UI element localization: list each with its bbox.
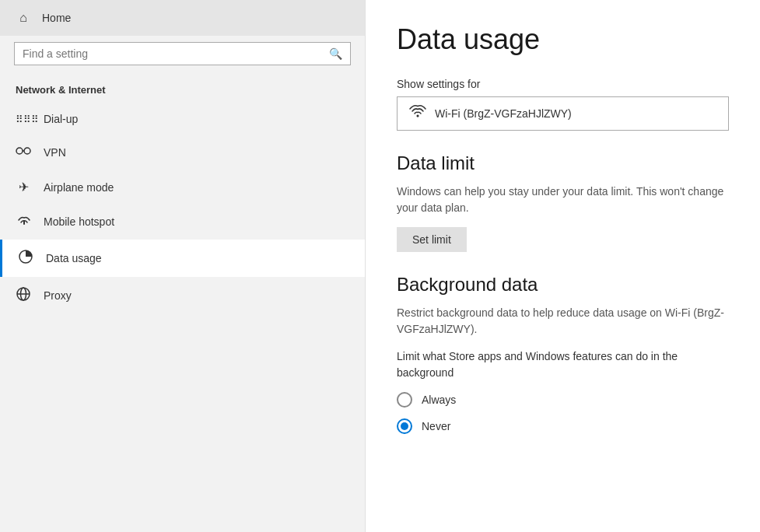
radio-item-never[interactable]: Never — [397, 418, 729, 434]
wifi-icon — [408, 105, 427, 122]
airplane-icon: ✈ — [16, 180, 31, 194]
radio-circle-never[interactable] — [397, 418, 412, 434]
vpn-icon — [16, 144, 31, 161]
sidebar-item-vpn[interactable]: VPN — [0, 135, 365, 170]
home-icon: ⌂ — [16, 11, 31, 25]
sidebar-item-data-usage[interactable]: Data usage — [0, 240, 365, 277]
search-box: 🔍 — [14, 42, 351, 65]
sidebar-item-dial-up[interactable]: ⠿⠿⠿ Dial-up — [0, 103, 365, 135]
background-data-description: Restrict background data to help reduce … — [397, 305, 729, 338]
nav-label-vpn: VPN — [44, 146, 66, 159]
home-label: Home — [42, 12, 71, 24]
sidebar-item-mobile-hotspot[interactable]: Mobile hotspot — [0, 204, 365, 240]
background-data-heading: Background data — [397, 274, 729, 296]
data-limit-description: Windows can help you stay under your dat… — [397, 184, 729, 216]
radio-item-always[interactable]: Always — [397, 392, 729, 408]
show-settings-label: Show settings for — [397, 78, 729, 90]
nav-label-dial-up: Dial-up — [44, 113, 78, 125]
sidebar-item-proxy[interactable]: Proxy — [0, 277, 365, 314]
nav-label-data-usage: Data usage — [46, 252, 102, 264]
search-icon: 🔍 — [329, 47, 342, 60]
wifi-selector[interactable]: Wi-Fi (BrgZ-VGFzaHJlZWY) — [397, 96, 729, 131]
nav-label-proxy: Proxy — [44, 289, 72, 302]
sidebar-item-airplane-mode[interactable]: ✈ Airplane mode — [0, 170, 365, 204]
data-usage-icon — [18, 249, 33, 268]
svg-point-7 — [417, 115, 419, 117]
set-limit-button[interactable]: Set limit — [397, 227, 467, 252]
limit-label: Limit what Store apps and Windows featur… — [397, 348, 729, 381]
radio-group-background: Always Never — [397, 392, 729, 434]
search-input[interactable] — [23, 47, 323, 60]
data-limit-heading: Data limit — [397, 152, 729, 174]
svg-point-0 — [16, 148, 23, 154]
hotspot-icon — [16, 213, 31, 230]
proxy-icon — [16, 286, 31, 305]
svg-point-1 — [24, 148, 30, 154]
sidebar: ⌂ Home 🔍 Network & Internet ⠿⠿⠿ Dial-up … — [0, 0, 366, 532]
sidebar-item-home[interactable]: ⌂ Home — [0, 0, 365, 36]
radio-circle-always[interactable] — [397, 392, 412, 408]
sidebar-section-title: Network & Internet — [0, 78, 365, 103]
wifi-option-text: Wi-Fi (BrgZ-VGFzaHJlZWY) — [435, 107, 572, 120]
nav-label-airplane: Airplane mode — [44, 181, 114, 194]
nav-label-hotspot: Mobile hotspot — [44, 215, 114, 228]
main-content: Data usage Show settings for Wi-Fi (BrgZ… — [366, 0, 760, 532]
radio-label-never: Never — [422, 420, 450, 432]
dial-up-icon: ⠿⠿⠿ — [16, 114, 31, 125]
radio-label-always: Always — [422, 394, 456, 406]
page-title: Data usage — [397, 23, 729, 56]
